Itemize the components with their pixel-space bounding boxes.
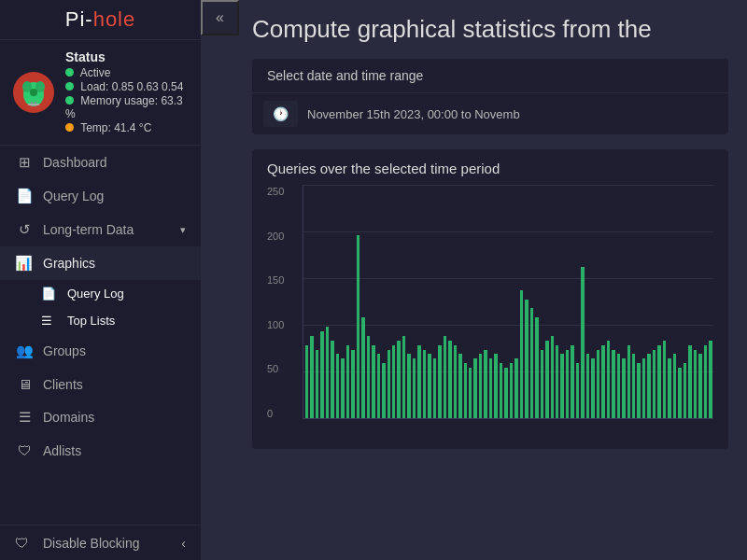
chart-bar[interactable] [346,345,349,418]
chart-bar[interactable] [684,363,686,418]
chart-bar[interactable] [494,354,497,418]
chart-bar[interactable] [448,341,451,418]
chart-bar[interactable] [530,308,533,418]
chart-bar[interactable] [428,354,430,418]
chart-bar[interactable] [612,350,614,419]
chart-bar[interactable] [305,345,308,418]
temp-dot [65,123,74,132]
chart-bar[interactable] [458,354,461,418]
sidebar-item-label-graphics-query-log: Query Log [67,287,124,301]
chart-bar[interactable] [601,345,604,418]
chart-bar[interactable] [576,363,579,418]
chart-bar[interactable] [326,327,329,418]
chart-bar[interactable] [668,358,670,418]
disable-blocking-button[interactable]: 🛡 Disable Blocking ‹ [0,525,201,560]
chart-bar[interactable] [647,354,650,418]
chart-bar[interactable] [657,345,660,418]
chart-bar[interactable] [586,354,589,418]
sidebar-item-groups[interactable]: 👥 Groups [0,334,201,368]
clock-button[interactable]: 🕐 [263,101,298,127]
chart-bar[interactable] [382,363,385,418]
chart-bar[interactable] [357,235,359,418]
chart-bar[interactable] [423,350,426,419]
chart-bar[interactable] [632,354,635,418]
chart-bar[interactable] [473,358,476,418]
chart-bar[interactable] [433,358,436,418]
sidebar-item-graphics[interactable]: 📊 Graphics [0,246,201,280]
chart-bar[interactable] [520,290,523,418]
chart-bar[interactable] [407,354,410,418]
chart-bar[interactable] [479,354,482,418]
chart-bar[interactable] [653,350,655,419]
chart-bar[interactable] [541,350,543,419]
chart-bar[interactable] [535,317,538,418]
chart-bar[interactable] [694,350,697,419]
chart-bar[interactable] [402,336,405,418]
sidebar-item-long-term-data[interactable]: ↺ Long-term Data ▾ [0,213,201,246]
sidebar-item-domains[interactable]: ☰ Domains [0,400,201,434]
chart-bar[interactable] [556,345,558,418]
chart-bar[interactable] [417,345,420,418]
chart-bar[interactable] [438,345,441,418]
chart-bar[interactable] [591,358,594,418]
chart-bar[interactable] [377,354,380,418]
chart-bar[interactable] [545,341,548,418]
chart-bar[interactable] [331,341,333,418]
chart-bar[interactable] [642,358,645,418]
date-range-text: November 15th 2023, 00:00 to Novemb [307,107,717,121]
app-title: Pi-hole [0,7,201,32]
chart-bar[interactable] [617,354,620,418]
chart-bar[interactable] [469,368,472,418]
chart-bar[interactable] [514,358,517,418]
chart-bar[interactable] [361,317,364,418]
chart-bar[interactable] [392,345,395,418]
chart-bar[interactable] [551,336,554,418]
chart-bar[interactable] [622,358,625,418]
chart-bar[interactable] [698,354,701,418]
chart-bar[interactable] [678,368,681,418]
chart-bar[interactable] [560,354,563,418]
sidebar-item-graphics-top-lists[interactable]: ☰ Top Lists [0,307,201,334]
chart-bar[interactable] [709,341,712,418]
chart-bar[interactable] [673,354,676,418]
chart-bar[interactable] [566,350,569,419]
chart-bar[interactable] [637,363,640,418]
chart-bar[interactable] [464,363,467,418]
chart-bar[interactable] [413,358,416,418]
chart-bar[interactable] [454,345,457,418]
dashboard-icon: ⊞ [15,154,34,171]
chart-bar[interactable] [597,350,599,419]
chart-bar[interactable] [581,267,584,418]
chart-bar[interactable] [627,345,630,418]
chart-bar[interactable] [336,354,339,418]
chart-bar[interactable] [367,336,370,418]
disable-blocking-icon: 🛡 [15,535,34,551]
chart-bar[interactable] [704,345,707,418]
chart-bar[interactable] [663,341,666,418]
chart-bar[interactable] [388,350,390,419]
chart-bar[interactable] [504,368,507,418]
chart-bar[interactable] [397,341,400,418]
sidebar-item-query-log[interactable]: 📄 Query Log [0,179,201,213]
chart-bar[interactable] [500,363,502,418]
sidebar-item-clients[interactable]: 🖥 Clients [0,368,201,400]
chart-bar[interactable] [510,363,513,418]
chart-bar[interactable] [310,336,313,418]
chart-bar[interactable] [489,358,492,418]
chart-bar[interactable] [607,341,610,418]
sidebar-item-dashboard[interactable]: ⊞ Dashboard [0,146,201,179]
y-label: 100 [267,319,300,330]
chart-bar[interactable] [316,350,318,419]
chart-bar[interactable] [525,300,528,418]
chart-bar[interactable] [571,345,573,418]
sidebar-item-graphics-query-log[interactable]: 📄 Query Log [0,280,201,307]
chart-bar[interactable] [372,345,374,418]
chart-bar[interactable] [351,350,354,419]
chart-bar[interactable] [320,331,323,418]
chart-bar[interactable] [444,336,446,418]
chart-bar[interactable] [484,350,486,419]
sidebar-item-adlists[interactable]: 🛡 Adlists [0,434,201,467]
collapse-sidebar-button[interactable]: « [201,0,239,35]
chart-bar[interactable] [688,345,691,418]
chart-bar[interactable] [341,358,344,418]
